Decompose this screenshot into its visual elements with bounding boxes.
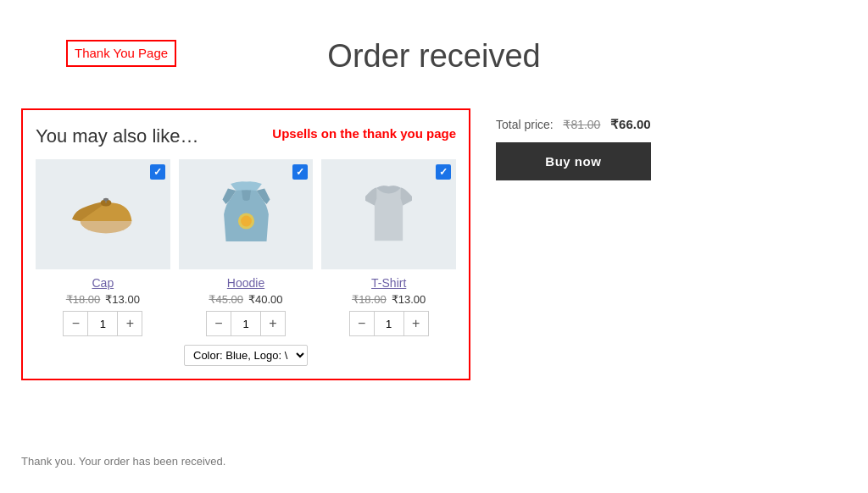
products-row: Cap ₹18.00 ₹13.00 − + bbox=[36, 159, 456, 336]
product-card-hoodie: Hoodie ₹45.00 ₹40.00 − + bbox=[179, 159, 314, 336]
product-name-hoodie[interactable]: Hoodie bbox=[227, 276, 264, 290]
svg-point-5 bbox=[241, 216, 252, 227]
price-row-hoodie: ₹45.00 ₹40.00 bbox=[209, 293, 282, 306]
qty-plus-hoodie[interactable]: + bbox=[261, 312, 285, 335]
cap-icon bbox=[69, 189, 136, 240]
price-new-tshirt: ₹13.00 bbox=[392, 293, 426, 306]
qty-plus-cap[interactable]: + bbox=[118, 312, 142, 335]
product-card-tshirt: T-Shirt ₹18.00 ₹13.00 − + bbox=[321, 159, 456, 336]
price-old-tshirt: ₹18.00 bbox=[352, 293, 387, 306]
right-panel: Total price: ₹81.00 ₹66.00 Buy now bbox=[496, 108, 651, 180]
product-name-cap[interactable]: Cap bbox=[92, 276, 114, 290]
qty-minus-tshirt[interactable]: − bbox=[350, 312, 374, 335]
qty-plus-tshirt[interactable]: + bbox=[404, 312, 428, 335]
qty-input-tshirt[interactable] bbox=[374, 312, 404, 335]
qty-row-hoodie: − + bbox=[206, 311, 286, 336]
product-image-hoodie bbox=[179, 159, 314, 269]
product-checkbox-tshirt[interactable] bbox=[436, 164, 451, 180]
upsells-box: You may also like… Upsells on the thank … bbox=[21, 108, 470, 380]
product-checkbox-cap[interactable] bbox=[150, 164, 165, 180]
thank-you-message: Thank you. Your order has been received. bbox=[21, 455, 225, 468]
price-old-cap: ₹18.00 bbox=[66, 293, 101, 306]
product-name-tshirt[interactable]: T-Shirt bbox=[371, 276, 406, 290]
upsells-header: You may also like… Upsells on the thank … bbox=[36, 125, 456, 147]
price-new-cap: ₹13.00 bbox=[105, 293, 140, 306]
price-new-hoodie: ₹40.00 bbox=[248, 293, 283, 306]
product-image-tshirt bbox=[321, 159, 456, 269]
qty-minus-hoodie[interactable]: − bbox=[207, 312, 231, 335]
color-dropdown-row: Color: Blue, Logo: \ bbox=[36, 345, 456, 366]
svg-point-3 bbox=[103, 198, 108, 201]
total-new-price: ₹66.00 bbox=[610, 117, 651, 131]
total-label: Total price: bbox=[496, 118, 554, 131]
thank-you-page-label: Thank You Page bbox=[66, 40, 176, 67]
tshirt-icon bbox=[357, 180, 420, 248]
upsells-annotation: Upsells on the thank you page bbox=[272, 125, 456, 142]
buy-now-button[interactable]: Buy now bbox=[496, 142, 651, 180]
price-row-tshirt: ₹18.00 ₹13.00 bbox=[352, 293, 426, 306]
price-old-hoodie: ₹45.00 bbox=[209, 293, 243, 306]
qty-input-cap[interactable] bbox=[87, 312, 118, 335]
you-may-like-title: You may also like… bbox=[36, 125, 198, 147]
main-content: You may also like… Upsells on the thank … bbox=[0, 100, 868, 397]
qty-row-cap: − + bbox=[63, 311, 142, 336]
price-row-cap: ₹18.00 ₹13.00 bbox=[66, 293, 140, 306]
product-image-cap bbox=[36, 159, 170, 269]
product-checkbox-hoodie[interactable] bbox=[292, 164, 308, 180]
qty-input-hoodie[interactable] bbox=[231, 312, 261, 335]
qty-row-tshirt: − + bbox=[349, 311, 429, 336]
hoodie-icon bbox=[214, 180, 278, 248]
product-card-cap: Cap ₹18.00 ₹13.00 − + bbox=[36, 159, 170, 336]
color-dropdown[interactable]: Color: Blue, Logo: \ bbox=[184, 345, 308, 366]
qty-minus-cap[interactable]: − bbox=[64, 312, 87, 335]
total-old-price: ₹81.00 bbox=[563, 118, 600, 131]
total-price-row: Total price: ₹81.00 ₹66.00 bbox=[496, 117, 651, 132]
